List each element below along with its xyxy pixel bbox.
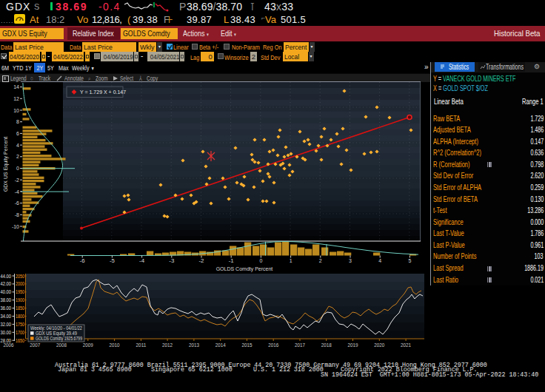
svg-text:-1: -1 <box>229 258 234 263</box>
svg-text:2020: 2020 <box>374 342 384 348</box>
svg-text:6: 6 <box>16 131 19 136</box>
svg-text:10: 10 <box>13 108 19 113</box>
svg-text:2018: 2018 <box>321 342 332 348</box>
svg-text:2017: 2017 <box>295 342 305 348</box>
svg-text:2006: 2006 <box>4 342 14 348</box>
svg-text:-2: -2 <box>15 178 19 183</box>
svg-text:-2: -2 <box>199 258 204 263</box>
svg-text:1800: 1800 <box>16 313 24 320</box>
svg-text:2007: 2007 <box>30 342 40 348</box>
svg-text:4: 4 <box>16 143 19 148</box>
svg-text:-4: -4 <box>15 189 19 195</box>
svg-text:2010: 2010 <box>110 342 120 348</box>
svg-text:2: 2 <box>16 154 19 159</box>
svg-text:4: 4 <box>378 258 381 263</box>
svg-text:38.00: 38.00 <box>1 297 12 303</box>
svg-text:1750: 1750 <box>16 321 24 328</box>
svg-text:2019: 2019 <box>348 342 358 348</box>
svg-text:1700: 1700 <box>16 329 24 336</box>
svg-text:-6: -6 <box>80 258 85 263</box>
svg-text:2016: 2016 <box>268 342 278 348</box>
svg-text:34.00: 34.00 <box>1 313 12 320</box>
svg-text:-8: -8 <box>15 212 19 217</box>
svg-text:42.00: 42.00 <box>1 280 12 287</box>
svg-text:GDX US Equity Percent: GDX US Equity Percent <box>3 137 9 192</box>
svg-text:1: 1 <box>290 258 292 263</box>
svg-text:-6: -6 <box>15 200 19 206</box>
svg-text:1850: 1850 <box>16 305 24 311</box>
svg-text:2021: 2021 <box>401 342 411 348</box>
svg-text:1950: 1950 <box>16 288 24 295</box>
svg-text:2012: 2012 <box>162 342 173 348</box>
svg-text:40.00: 40.00 <box>1 288 12 295</box>
svg-text:8: 8 <box>16 119 19 124</box>
svg-text:30.00: 30.00 <box>1 329 12 336</box>
svg-text:44.00: 44.00 <box>1 273 12 280</box>
svg-text:0: 0 <box>16 166 19 171</box>
svg-text:2000: 2000 <box>16 280 24 287</box>
svg-text:3: 3 <box>349 258 352 263</box>
svg-text:2013: 2013 <box>189 342 199 348</box>
svg-text:1900: 1900 <box>16 297 24 303</box>
svg-text:GOLDS Comdty 1925.6799: GOLDS Comdty 1925.6799 <box>36 336 82 342</box>
svg-text:2008: 2008 <box>56 342 67 348</box>
svg-text:2011: 2011 <box>136 342 146 348</box>
svg-text:2050: 2050 <box>16 273 24 280</box>
svg-text:-10: -10 <box>12 224 19 229</box>
svg-text:-4: -4 <box>139 258 144 263</box>
svg-text:32.00: 32.00 <box>1 321 12 328</box>
svg-text:5: 5 <box>408 258 411 263</box>
svg-text:-5: -5 <box>110 258 115 263</box>
svg-text:Y = 1.729 X + 0.147: Y = 1.729 X + 0.147 <box>80 89 126 95</box>
svg-text:1650: 1650 <box>16 337 24 344</box>
svg-text:36.00: 36.00 <box>1 305 12 311</box>
svg-text:12: 12 <box>13 96 19 101</box>
svg-text:2009: 2009 <box>83 342 93 348</box>
svg-text:2015: 2015 <box>241 342 252 348</box>
svg-text:14: 14 <box>13 84 19 89</box>
svg-text:0: 0 <box>259 258 262 263</box>
svg-text:GOLDS Comdty Percent: GOLDS Comdty Percent <box>216 266 273 272</box>
svg-text:2: 2 <box>319 258 322 263</box>
svg-text:2014: 2014 <box>215 342 226 348</box>
svg-text:-3: -3 <box>169 258 174 263</box>
